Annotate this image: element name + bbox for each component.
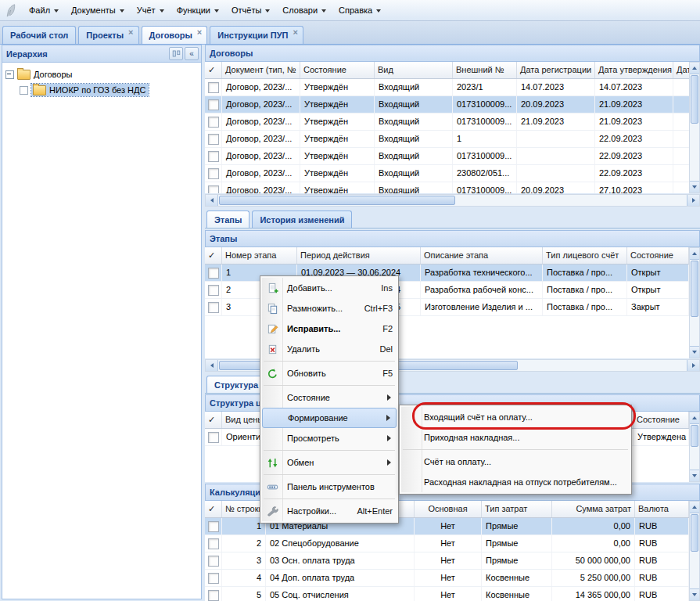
scroll-up-button[interactable] [690,502,699,513]
menubar-item[interactable]: Справка [332,2,387,18]
structure-vertical-scrollbar[interactable] [689,412,700,482]
row-checkbox[interactable] [208,573,219,584]
tab-change-history[interactable]: История изменений [252,211,352,228]
column-header[interactable]: ✓ [205,412,222,428]
column-header[interactable]: Валюта [635,501,689,517]
scroll-down-button[interactable] [690,181,699,193]
row-checkbox[interactable] [208,538,219,549]
column-header[interactable]: Период действия [297,247,421,264]
row-checkbox[interactable] [208,285,219,296]
tab-stages[interactable]: Этапы [206,211,249,228]
menu-item[interactable]: Обмен [262,452,397,473]
contracts-vertical-scrollbar[interactable] [689,62,700,193]
tab-desktop[interactable]: Рабочий стол [2,26,76,44]
table-row[interactable]: Договор, 2023/...УтверждёнВходящий017310… [205,96,689,113]
column-header[interactable]: Дата регистрации [517,62,595,78]
menubar-item[interactable]: Словари [276,2,332,18]
table-row[interactable]: 303 Осн. оплата трудаНетПрямые50 000 000… [205,552,689,570]
column-header[interactable]: Тип лицевого счёт [543,247,627,264]
menu-item[interactable]: Размножить...Ctrl+F3 [262,298,397,318]
table-row[interactable]: Договор, 2023/...УтверждёнВходящий122.09… [205,131,689,148]
scroll-thumb[interactable] [219,196,455,205]
row-checkbox[interactable] [208,168,219,179]
menu-item[interactable]: Настройки...Alt+Enter [262,501,397,521]
table-row[interactable]: 202 СпецоборудованиеНетПрямые0,00RUB [205,535,689,552]
collapse-panel-button[interactable]: « [185,47,199,60]
scroll-down-button[interactable] [690,588,699,600]
menu-item[interactable]: Приходная накладная... [401,427,630,448]
tree-node-contracts[interactable]: Договоры [5,67,199,82]
contracts-horizontal-scrollbar[interactable] [205,194,700,207]
table-row[interactable]: Договор, 2023/...УтверждёнВходящий017310… [205,182,689,193]
menu-item[interactable]: Добавить...Ins [262,278,397,298]
menubar-item[interactable]: Функции [171,2,225,18]
column-header[interactable]: Состояние [634,412,689,428]
scroll-up-button[interactable] [690,248,699,260]
scroll-thumb[interactable] [691,261,698,317]
calc-vertical-scrollbar[interactable] [689,501,700,601]
column-header[interactable]: Документ (тип, № [222,62,300,78]
row-checkbox[interactable] [208,268,219,279]
menu-item[interactable]: ОбновитьF5 [262,363,397,383]
scroll-thumb[interactable] [691,425,698,447]
row-checkbox[interactable] [208,82,219,93]
tree-node-niokr[interactable]: НИОКР по ГОЗ без НДС [20,82,199,98]
table-row[interactable]: Договор, 2023/...УтверждёнВходящий230802… [205,165,689,182]
menu-item[interactable]: Исправить...F2 [262,318,397,339]
column-header[interactable]: Тип затрат [482,501,552,517]
row-checkbox[interactable] [208,302,219,313]
scroll-thumb[interactable] [691,75,698,124]
menu-item[interactable]: УдалитьDel [262,339,397,359]
menubar-item[interactable]: Документы [65,2,131,18]
tab-instructions-pup[interactable]: Инструкции ПУП× [210,26,303,44]
row-checkbox[interactable] [208,117,219,128]
menu-item-annotated[interactable]: Входящий счёт на оплату... [401,407,630,427]
close-icon[interactable]: × [128,29,133,36]
menubar-item[interactable]: Учёт [131,2,171,18]
collapse-icon[interactable] [5,70,14,79]
column-header[interactable]: Сумма затрат [552,501,635,517]
column-header[interactable]: ✓ [205,247,222,264]
close-icon[interactable]: × [197,29,202,36]
column-header[interactable]: Дата [673,62,689,78]
table-row[interactable]: Договор, 2023/...УтверждёнВходящий017310… [205,148,689,165]
tab-contracts[interactable]: Договоры× [142,26,208,44]
scroll-up-button[interactable] [690,412,699,424]
table-row[interactable]: 505 Соц. отчисленияНетКосвенные14 365 00… [205,587,689,601]
menubar-item[interactable]: Отчёты [225,2,276,18]
menu-item[interactable]: Счёт на оплату... [401,452,630,472]
row-checkbox[interactable] [208,590,219,601]
row-checkbox[interactable] [208,521,219,532]
column-header[interactable]: Описание этапа [421,247,543,264]
row-checkbox[interactable] [208,185,219,194]
menu-item[interactable]: Расходная накладная на отпуск потребител… [401,472,630,492]
tab-projects[interactable]: Проекты× [78,26,138,44]
row-checkbox[interactable] [208,99,219,110]
hierarchy-settings-button[interactable] [169,47,183,60]
menu-item[interactable]: Панель инструментов [262,477,397,497]
row-checkbox[interactable] [208,556,219,567]
column-header[interactable]: Состояние [627,247,689,264]
scroll-right-button[interactable] [687,195,699,206]
table-row[interactable]: Договор, 2023/...УтверждёнВходящий017310… [205,113,689,131]
table-row[interactable]: Договор, 2023/...УтверждёнВходящий2023/1… [205,79,689,96]
column-header[interactable]: Вид [375,62,453,78]
scroll-thumb[interactable] [691,514,698,552]
menu-item[interactable]: Состояние [262,387,397,408]
menu-item[interactable]: Просмотреть [262,428,397,448]
close-icon[interactable]: × [293,29,298,36]
tab-structure[interactable]: Структура [206,376,266,393]
table-row[interactable]: 404 Доп. оплата трудаНетКосвенные5 250 0… [205,570,689,587]
menubar-item[interactable]: Файл [23,2,65,18]
column-header[interactable]: Основная [415,501,482,517]
stages-vertical-scrollbar[interactable] [689,247,700,358]
scroll-left-button[interactable] [206,360,218,371]
scroll-down-button[interactable] [690,346,699,358]
menu-item[interactable]: Формирование [262,408,397,428]
column-header[interactable]: Состояние [300,62,375,78]
row-checkbox[interactable] [208,151,219,162]
column-header[interactable]: Номер этапа [222,247,297,264]
scroll-right-button[interactable] [687,360,699,371]
column-header[interactable]: ✓ [205,62,222,78]
column-header[interactable]: Внешний № [453,62,517,78]
